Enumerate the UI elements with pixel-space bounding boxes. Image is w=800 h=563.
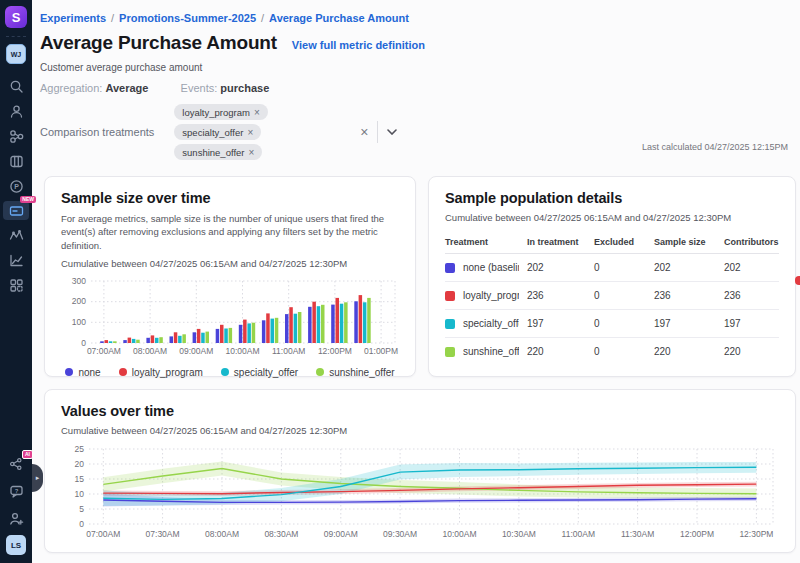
sidebar-nav: P NEW <box>3 76 29 295</box>
svg-text:25: 25 <box>75 444 85 454</box>
events-label: Events: <box>181 82 218 94</box>
treatment-chip[interactable]: sunshine_offer× <box>174 144 262 160</box>
experiments-icon[interactable] <box>6 151 26 171</box>
main-content: Experiments/Promotions-Summer-2025/Avera… <box>32 0 800 563</box>
svg-text:09:30AM: 09:30AM <box>383 529 417 539</box>
view-metric-definition-link[interactable]: View full metric definition <box>292 39 425 51</box>
contributors-value: 220 <box>724 346 779 357</box>
pulse-icon[interactable]: P <box>6 176 26 196</box>
svg-text:09:00AM: 09:00AM <box>324 529 358 539</box>
excluded-value: 0 <box>594 346 654 357</box>
comparison-row: Comparison treatments loyalty_program×sp… <box>40 100 788 164</box>
workspace-avatar[interactable]: WJ <box>6 44 26 64</box>
svg-text:10:30AM: 10:30AM <box>502 529 536 539</box>
support-icon[interactable]: ? <box>6 481 26 501</box>
svg-text:07:00AM: 07:00AM <box>86 529 120 539</box>
svg-text:01:00PM: 01:00PM <box>364 346 398 356</box>
population-table-header: TreatmentIn treatmentExcludedSample size… <box>445 232 779 254</box>
treatments-multiselect[interactable]: loyalty_program×specialty_offer×sunshine… <box>168 100 411 164</box>
svg-text:300: 300 <box>72 275 86 285</box>
values-line-chart[interactable]: 051015202507:00AM07:30AM08:00AM08:30AM09… <box>61 442 779 548</box>
svg-text:12:00PM: 12:00PM <box>318 346 352 356</box>
legend-item[interactable]: loyalty_program <box>119 367 203 378</box>
svg-text:12:00PM: 12:00PM <box>680 529 714 539</box>
svg-text:200: 200 <box>72 296 86 306</box>
title-row: Average Purchase Amount View full metric… <box>40 32 788 54</box>
svg-text:0: 0 <box>81 337 86 347</box>
treatment-color-swatch <box>445 291 455 301</box>
treatment-name: sunshine_offer <box>463 346 519 357</box>
svg-text:07:30AM: 07:30AM <box>146 529 180 539</box>
svg-text:P: P <box>14 183 19 190</box>
in-treatment-value: 202 <box>527 262 594 273</box>
metric-description: Customer average purchase amount <box>40 62 788 73</box>
in-treatment-value: 220 <box>527 346 594 357</box>
notification-dot[interactable] <box>795 276 800 285</box>
sample-size-title: Sample size over time <box>61 190 399 206</box>
sample-size-value: 197 <box>654 318 724 329</box>
chip-remove-icon[interactable]: × <box>254 107 260 118</box>
app-window: S WJ P NEW <box>0 0 800 563</box>
column-header: Sample size <box>654 237 724 247</box>
svg-text:20: 20 <box>75 459 85 469</box>
metrics-icon-active[interactable]: NEW <box>3 201 29 220</box>
breadcrumb-item[interactable]: Promotions-Summer-2025 <box>119 12 256 24</box>
chevron-down-icon[interactable] <box>378 129 406 135</box>
table-row: none (baseline) 202 0 202 202 <box>445 254 779 282</box>
treatment-chip[interactable]: loyalty_program× <box>174 104 267 120</box>
svg-text:15: 15 <box>75 474 85 484</box>
sample-size-period: Cumulative between 04/27/2025 06:15AM an… <box>61 258 399 269</box>
users-icon[interactable] <box>6 101 26 121</box>
sample-size-card: Sample size over time For average metric… <box>44 176 416 377</box>
breadcrumb-item[interactable]: Average Purchase Amount <box>269 12 409 24</box>
ai-assistant-icon[interactable]: AI <box>6 454 26 474</box>
legend-item[interactable]: specialty_offer <box>221 367 298 378</box>
page-title: Average Purchase Amount <box>40 32 277 54</box>
column-header: Excluded <box>594 237 654 247</box>
dashboards-icon[interactable] <box>6 275 26 295</box>
column-header: Contributors <box>724 237 779 247</box>
column-header: Treatment <box>445 237 527 247</box>
clear-all-icon[interactable]: × <box>352 124 376 140</box>
in-treatment-value: 236 <box>527 290 594 301</box>
user-avatar[interactable]: LS <box>6 535 26 555</box>
new-badge: NEW <box>20 196 36 203</box>
metrics-explorer-icon[interactable] <box>6 225 26 245</box>
search-icon[interactable] <box>6 76 26 96</box>
population-title: Sample population details <box>445 190 779 206</box>
treatment-chip[interactable]: specialty_offer× <box>174 124 261 140</box>
sample-size-value: 220 <box>654 346 724 357</box>
values-over-time-card: Values over time Cumulative between 04/2… <box>44 389 796 553</box>
sample-size-bar-chart[interactable]: 010020030007:00AM08:00AM09:00AM10:00AM11… <box>61 273 399 365</box>
breadcrumb-separator: / <box>111 12 114 24</box>
sidebar: S WJ P NEW <box>0 0 32 563</box>
population-table: TreatmentIn treatmentExcludedSample size… <box>445 232 779 365</box>
sample-size-value: 202 <box>654 262 724 273</box>
values-period: Cumulative between 04/27/2025 06:15AM an… <box>61 425 779 436</box>
chip-remove-icon[interactable]: × <box>247 127 253 138</box>
table-row: sunshine_offer 220 0 220 220 <box>445 338 779 365</box>
svg-text:07:00AM: 07:00AM <box>87 346 121 356</box>
values-title: Values over time <box>61 403 779 419</box>
bar-chart-legend: none loyalty_program specialty_offer sun… <box>61 367 399 378</box>
svg-text:12:30PM: 12:30PM <box>739 529 773 539</box>
legend-dot <box>316 368 324 376</box>
legend-item[interactable]: none <box>65 367 100 378</box>
breadcrumb-separator: / <box>261 12 264 24</box>
svg-text:0: 0 <box>79 519 84 529</box>
table-row: loyalty_program 236 0 236 236 <box>445 282 779 310</box>
contributors-value: 236 <box>724 290 779 301</box>
gates-icon[interactable] <box>6 126 26 146</box>
legend-dot <box>221 368 229 376</box>
table-row: specialty_offer 197 0 197 197 <box>445 310 779 338</box>
svg-text:11:00AM: 11:00AM <box>562 529 595 539</box>
statsig-logo-icon[interactable]: S <box>5 6 27 28</box>
legend-item[interactable]: sunshine_offer <box>316 367 394 378</box>
chip-remove-icon[interactable]: × <box>248 147 254 158</box>
sample-size-description: For average metrics, sample size is the … <box>61 212 399 252</box>
excluded-value: 0 <box>594 318 654 329</box>
invite-user-icon[interactable] <box>6 508 26 528</box>
sample-size-value: 236 <box>654 290 724 301</box>
breadcrumb-item[interactable]: Experiments <box>40 12 106 24</box>
insights-icon[interactable] <box>6 250 26 270</box>
